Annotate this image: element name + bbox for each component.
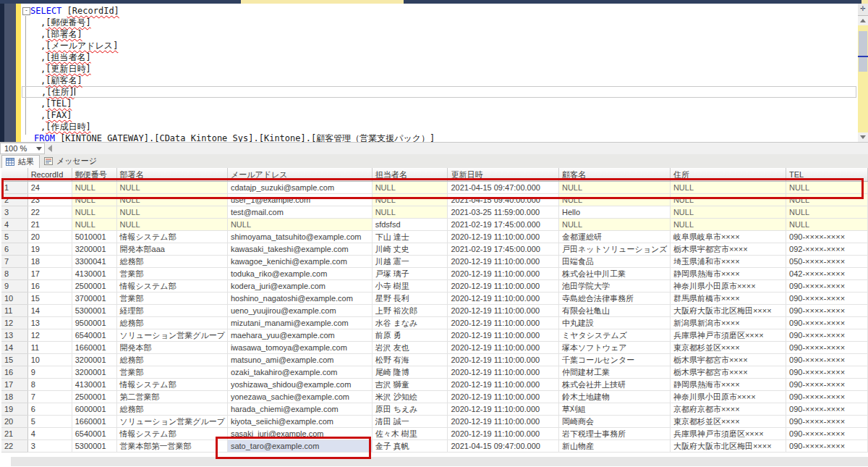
tab-results[interactable]: 結果 — [1, 155, 40, 168]
grid-cell[interactable]: NULL — [227, 218, 372, 230]
grid-row-header[interactable]: 16 — [1, 366, 27, 378]
grid-cell[interactable]: 草刈組 — [558, 403, 670, 415]
grid-cell[interactable]: sasaki_juri@example.com — [227, 427, 372, 439]
grid-cell[interactable]: 23 — [27, 193, 72, 206]
grid-cell[interactable]: 上野 裕次郎 — [372, 304, 448, 316]
grid-cell[interactable]: ソリューション営業グループ — [116, 415, 227, 427]
grid-row-header[interactable]: 9 — [1, 279, 27, 292]
grid-row-header[interactable]: 15 — [1, 353, 27, 366]
grid-cell[interactable]: 4130001 — [72, 378, 116, 390]
grid-cell[interactable]: 戸田ネットソリューションズ — [558, 243, 670, 255]
grid-cell[interactable]: NULL — [116, 181, 227, 193]
grid-cell[interactable]: 9500001 — [72, 316, 116, 329]
grid-cell[interactable]: 静岡県熱海市×××× — [670, 378, 786, 390]
grid-cell[interactable]: 池田学院大学 — [558, 279, 670, 292]
grid-cell[interactable]: NULL — [116, 206, 227, 218]
grid-cell[interactable]: NULL — [372, 193, 448, 206]
grid-cell[interactable]: 金都運総研 — [558, 230, 670, 243]
grid-cell[interactable]: 11 — [27, 341, 72, 353]
grid-cell[interactable]: hoshino_nagatoshi@example.com — [227, 292, 372, 304]
grid-row-header[interactable]: 19 — [1, 403, 27, 415]
grid-cell[interactable]: 2020-12-19 11:10:00.000 — [448, 230, 559, 243]
grid-cell[interactable]: iwasawa_tomoya@example.com — [227, 341, 372, 353]
grid-cell[interactable]: 4 — [27, 427, 72, 439]
sql-code-lines[interactable]: SELECT [RecordId],[郵便番号],[部署名],[メールアドレス]… — [22, 5, 856, 144]
grid-cell[interactable]: 090-××××-×××× — [786, 304, 868, 316]
grid-row-header[interactable]: 3 — [1, 206, 27, 218]
grid-cell[interactable]: 前原 勇 — [372, 329, 448, 341]
grid-cell[interactable]: 岡崎商会 — [558, 415, 670, 427]
grid-cell[interactable]: 090-××××-×××× — [786, 415, 868, 427]
grid-cell[interactable]: 星野 長利 — [372, 292, 448, 304]
grid-column-header[interactable]: 更新日時 — [448, 168, 559, 181]
grid-cell[interactable]: 6540001 — [72, 427, 116, 439]
grid-corner-cell[interactable] — [1, 168, 27, 181]
grid-cell[interactable]: 6540001 — [72, 329, 116, 341]
grid-cell[interactable]: 岩下税理士事務所 — [558, 427, 670, 439]
grid-row-header[interactable]: 11 — [1, 304, 27, 316]
hscroll-left-arrow-icon[interactable] — [48, 145, 52, 152]
tab-messages[interactable]: メッセージ — [41, 155, 102, 167]
grid-cell[interactable]: yoshizawa_shidou@example.com — [227, 378, 372, 390]
grid-cell[interactable]: NULL — [72, 181, 116, 193]
grid-cell[interactable]: 京都府京都市×××× — [670, 403, 786, 415]
grid-cell[interactable]: maehara_yuu@example.com — [227, 329, 372, 341]
grid-cell[interactable]: 新山物産 — [558, 439, 670, 452]
grid-cell[interactable]: NULL — [786, 181, 868, 193]
grid-row-header[interactable]: 17 — [1, 378, 27, 390]
grid-cell[interactable]: 12 — [27, 329, 72, 341]
scroll-down-arrow-icon[interactable] — [858, 132, 868, 142]
grid-cell[interactable]: 2021-02-19 17:45:00.000 — [448, 243, 559, 255]
grid-cell[interactable]: NULL — [116, 193, 227, 206]
grid-cell[interactable]: user_1@example.com — [227, 193, 372, 206]
sql-editor[interactable]: - SELECT [RecordId],[郵便番号],[部署名],[メールアドレ… — [0, 4, 868, 142]
grid-cell[interactable]: 原田 ちえみ — [372, 403, 448, 415]
grid-cell[interactable]: 6000001 — [72, 403, 116, 415]
grid-row-header[interactable]: 6 — [1, 243, 27, 255]
grid-cell[interactable]: 090-××××-×××× — [786, 329, 868, 341]
grid-cell[interactable]: 千葉コールセンター — [558, 353, 670, 366]
grid-cell[interactable]: 090-××××-×××× — [786, 439, 868, 452]
grid-hscroll-area[interactable] — [11, 457, 868, 466]
grid-cell[interactable]: 大阪府大阪市北区梅田×××× — [670, 304, 786, 316]
grid-cell[interactable]: 栃木県宇都宮市×××× — [670, 353, 786, 366]
grid-cell[interactable]: NULL — [372, 181, 448, 193]
grid-cell[interactable]: 2021-04-15 09:47:00.000 — [448, 439, 559, 452]
grid-cell[interactable]: 2021-04-15 09:47:00.000 — [448, 181, 559, 193]
grid-cell[interactable]: 3200001 — [72, 243, 116, 255]
grid-cell[interactable]: NULL — [670, 218, 786, 230]
grid-cell[interactable]: NULL — [786, 218, 868, 230]
grid-cell[interactable]: 4130001 — [72, 267, 116, 279]
grid-cell[interactable]: 塚本ソフトウェア — [558, 341, 670, 353]
grid-column-header[interactable]: TEL — [786, 168, 868, 181]
grid-cell[interactable]: 仲間建材工業 — [558, 366, 670, 378]
grid-cell[interactable]: Hello — [558, 206, 670, 218]
grid-cell[interactable]: sato_taro@example.com — [227, 439, 372, 452]
grid-cell[interactable]: 1660001 — [72, 415, 116, 427]
grid-cell[interactable]: NULL — [558, 218, 670, 230]
grid-cell[interactable]: 090-××××-×××× — [786, 341, 868, 353]
grid-row-header[interactable]: 22 — [1, 439, 27, 452]
grid-cell[interactable]: yonezawa_sachie@example.com — [227, 390, 372, 403]
grid-cell[interactable]: 5 — [27, 415, 72, 427]
grid-cell[interactable]: NULL — [786, 206, 868, 218]
grid-cell[interactable]: 15 — [27, 292, 72, 304]
grid-cell[interactable]: 寺島総合法律事務所 — [558, 292, 670, 304]
grid-cell[interactable]: 5010001 — [72, 230, 116, 243]
sql-line[interactable]: ,[顧客名] — [22, 75, 856, 86]
grid-cell[interactable]: kodera_juri@example.com — [227, 279, 372, 292]
grid-cell[interactable]: 株式会社井上技研 — [558, 378, 670, 390]
grid-cell[interactable]: 092-××××-×××× — [786, 243, 868, 255]
grid-cell[interactable]: 3700001 — [72, 292, 116, 304]
grid-cell[interactable]: 13 — [27, 316, 72, 329]
grid-cell[interactable]: 有限会社亀山 — [558, 304, 670, 316]
grid-cell[interactable]: 24 — [27, 181, 72, 193]
grid-cell[interactable]: 金子 真帆 — [372, 439, 448, 452]
grid-cell[interactable]: toduka_riko@example.com — [227, 267, 372, 279]
grid-cell[interactable]: 090-××××-×××× — [786, 292, 868, 304]
grid-cell[interactable]: 尾崎 隆博 — [372, 366, 448, 378]
grid-cell[interactable]: 清田 誠一 — [372, 415, 448, 427]
grid-cell[interactable]: 21 — [27, 218, 72, 230]
grid-cell[interactable]: 兵庫県神戸市須磨区×××× — [670, 329, 786, 341]
grid-cell[interactable]: 2020-12-19 11:10:00.000 — [448, 267, 559, 279]
